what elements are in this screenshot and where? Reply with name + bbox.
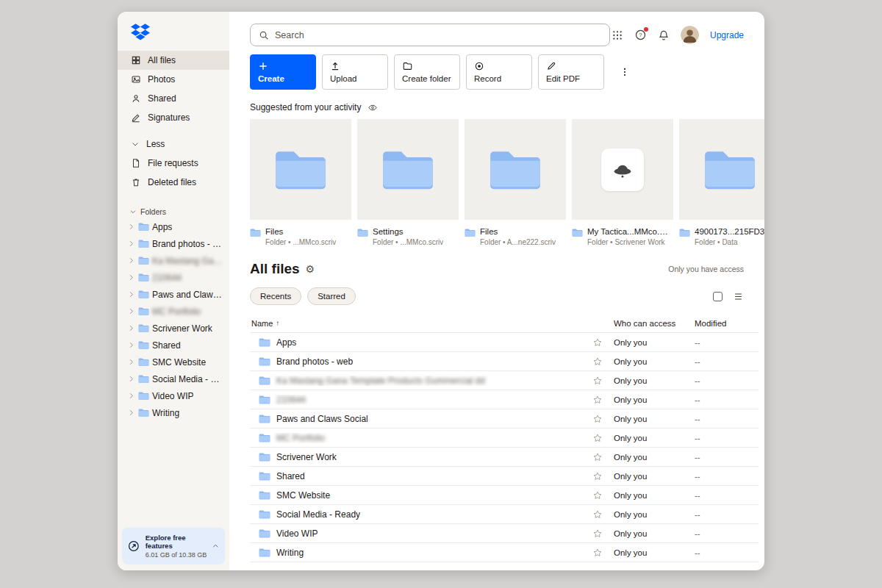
page-title: All files (250, 261, 300, 277)
folder-icon (357, 228, 368, 237)
sidebar-folder-item[interactable]: Ka Mastang Gana Fe... (118, 252, 229, 269)
record-button-label: Record (474, 74, 501, 83)
folder-icon (138, 256, 149, 265)
table-row[interactable]: MC Portfolio Only you -- (250, 429, 759, 448)
folder-name: Scrivener Work (152, 323, 212, 334)
row-folder-name: Video WIP (276, 528, 318, 539)
star-icon[interactable] (592, 528, 603, 539)
chevron-right-icon[interactable] (127, 223, 135, 231)
star-icon[interactable] (592, 490, 603, 501)
chevron-right-icon[interactable] (127, 392, 135, 400)
column-header-modified[interactable]: Modified (689, 319, 759, 328)
suggestion-card[interactable]: 4900173...215FD38 Folder • Data (679, 119, 764, 246)
chevron-right-icon[interactable] (127, 375, 135, 383)
card-meta: Folder • ...MMco.scriv (373, 238, 443, 246)
star-icon[interactable] (592, 356, 603, 367)
sidebar-item-signatures[interactable]: Signatures (118, 108, 229, 127)
chevron-right-icon[interactable] (127, 409, 135, 417)
help-icon[interactable]: ? (634, 29, 647, 41)
sidebar-folder-item[interactable]: Brand photos - web (118, 235, 229, 252)
sidebar-folder-item[interactable]: SMC Website (118, 354, 229, 370)
sidebar-folder-item[interactable]: Scrivener Work (118, 320, 229, 337)
column-header-access[interactable]: Who can access (608, 319, 689, 328)
table-row[interactable]: SMC Website Only you -- (250, 486, 759, 505)
sidebar-item-photos[interactable]: Photos (118, 70, 229, 89)
explore-free-features-card[interactable]: Explore free features 6.01 GB of 10.38 G… (122, 528, 225, 564)
sidebar-folder-item[interactable]: Writing (118, 404, 229, 421)
suggestion-card[interactable]: My Tactica...MMco.scriv Folder • Scriven… (572, 119, 673, 246)
sidebar-folder-item[interactable]: Paws and Claws Soc... (118, 286, 229, 303)
star-icon[interactable] (592, 414, 603, 424)
table-row[interactable]: Brand photos - web Only you -- (250, 352, 759, 371)
chevron-right-icon[interactable] (127, 273, 135, 282)
row-modified: -- (689, 357, 759, 366)
card-info: 4900173...215FD38 Folder • Data (679, 227, 764, 246)
star-icon[interactable] (592, 337, 603, 348)
dropbox-app-window: All files Photos Shared Signatures (118, 12, 764, 570)
sidebar-item-all-files[interactable]: All files (118, 51, 229, 70)
sidebar-folder-item[interactable]: Shared (118, 337, 229, 354)
avatar[interactable] (681, 26, 699, 44)
table-row[interactable]: Apps Only you -- (250, 333, 759, 352)
star-icon[interactable] (592, 376, 603, 386)
filter-chip[interactable]: Recents (250, 287, 301, 305)
create-folder-button[interactable]: Create folder (394, 54, 460, 90)
sidebar-item-less[interactable]: Less (118, 135, 229, 154)
chevron-right-icon[interactable] (127, 290, 135, 298)
dropbox-logo-icon[interactable] (118, 12, 229, 51)
star-icon[interactable] (592, 548, 603, 558)
suggestion-card[interactable]: Settings Folder • ...MMco.scriv (357, 119, 459, 246)
chevron-up-icon[interactable] (212, 542, 220, 551)
chevron-right-icon[interactable] (127, 307, 135, 315)
apps-grid-icon[interactable] (612, 29, 623, 41)
chevron-right-icon[interactable] (127, 358, 135, 366)
settings-gear-icon[interactable]: ⚙ (306, 264, 315, 274)
folder-icon (259, 337, 270, 348)
select-all-checkbox[interactable] (713, 292, 723, 301)
list-view-icon[interactable] (733, 292, 744, 301)
table-row[interactable]: Video WIP Only you -- (250, 524, 759, 543)
sidebar-folder-item[interactable]: Apps (118, 218, 229, 235)
table-row[interactable]: Writing Only you -- (250, 543, 759, 562)
suggestion-card[interactable]: Files Folder • ...MMco.scriv (250, 119, 351, 246)
star-icon[interactable] (592, 433, 603, 443)
star-icon[interactable] (592, 452, 603, 462)
table-row[interactable]: Social Media - Ready Only you -- (250, 505, 759, 524)
star-icon[interactable] (592, 509, 603, 520)
sidebar-folder-item[interactable]: MC Portfolio (118, 303, 229, 320)
notifications-bell-icon[interactable] (658, 29, 670, 41)
sidebar-folder-item[interactable]: Social Media - Ready (118, 370, 229, 387)
chevron-right-icon[interactable] (127, 341, 135, 349)
record-button[interactable]: Record (466, 54, 532, 90)
filter-chip[interactable]: Starred (307, 287, 356, 305)
sidebar-item-deleted-files[interactable]: Deleted files (118, 173, 229, 192)
star-icon[interactable] (592, 395, 603, 405)
sidebar-folder-item[interactable]: 210644 (118, 269, 229, 286)
search-input[interactable]: Search (250, 24, 610, 46)
more-options-icon[interactable] (620, 65, 630, 79)
create-folder-button-label: Create folder (402, 74, 451, 83)
table-row[interactable]: 210644 Only you -- (250, 390, 759, 409)
upgrade-link[interactable]: Upgrade (710, 30, 744, 40)
column-header-name[interactable]: Name ↑ (250, 319, 587, 328)
view-toggles (713, 292, 744, 301)
table-row[interactable]: Ka Mastang Gana Template Products Gummer… (250, 371, 759, 390)
table-row[interactable]: Paws and Claws Social Only you -- (250, 409, 759, 429)
explore-title: Explore free features (146, 534, 207, 550)
chevron-right-icon[interactable] (127, 324, 135, 332)
create-button[interactable]: Create (250, 54, 316, 90)
sidebar-item-shared[interactable]: Shared (118, 89, 229, 108)
folders-section-header[interactable]: Folders (118, 205, 229, 218)
edit-pdf-button[interactable]: Edit PDF (538, 54, 604, 90)
table-row[interactable]: Shared Only you -- (250, 467, 759, 486)
folder-name: Social Media - Ready (152, 374, 224, 384)
suggestion-card[interactable]: Files Folder • A...ne222.scriv (465, 119, 566, 246)
eye-icon[interactable] (367, 103, 379, 112)
sidebar-folder-item[interactable]: Video WIP (118, 387, 229, 404)
chevron-right-icon[interactable] (127, 240, 135, 248)
sidebar-item-file-requests[interactable]: File requests (118, 154, 229, 173)
upload-button[interactable]: Upload (322, 54, 388, 90)
chevron-right-icon[interactable] (127, 257, 135, 265)
table-row[interactable]: Scrivener Work Only you -- (250, 448, 759, 467)
star-icon[interactable] (592, 471, 603, 481)
